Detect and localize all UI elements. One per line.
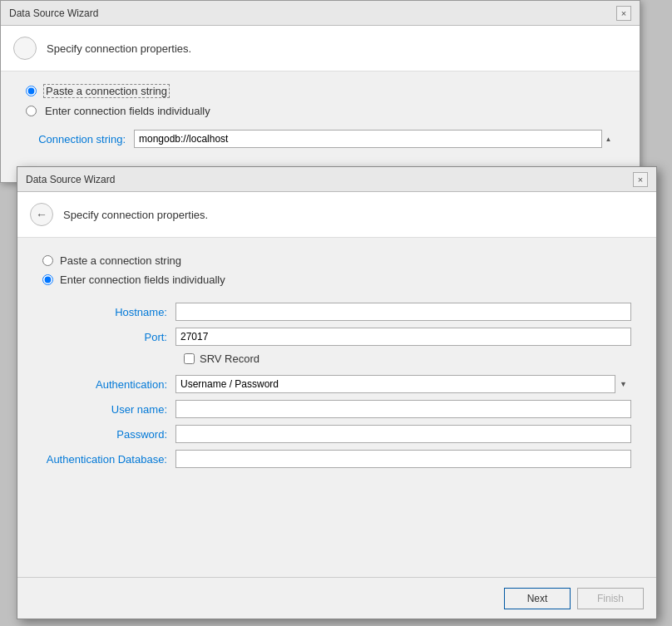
bg-dialog-body: Paste a connection string Enter connecti… (1, 71, 640, 160)
next-button[interactable]: Next (504, 588, 571, 609)
hostname-input[interactable] (175, 303, 631, 321)
fg-wizard-title: Specify connection properties. (63, 209, 208, 221)
authentication-select-wrapper: Username / Password None SCRAM-SHA-256 X… (175, 375, 631, 393)
foreground-dialog: Data Source Wizard × ← Specify connectio… (17, 166, 657, 619)
bg-scroll-up-icon: ▲ (601, 130, 615, 148)
bg-back-button[interactable] (13, 37, 37, 60)
port-label: Port: (42, 331, 175, 343)
bg-radio-individual-label: Enter connection fields individually (43, 105, 212, 117)
bg-connection-string-label: Connection string: (26, 133, 134, 145)
bg-radio-paste[interactable] (26, 86, 37, 96)
fg-dialog-title: Data Source Wizard (26, 174, 115, 185)
fg-radio-paste[interactable] (42, 255, 53, 266)
bg-radio-paste-option[interactable]: Paste a connection string (26, 84, 615, 98)
fg-radio-individual[interactable] (42, 274, 53, 285)
bg-radio-individual[interactable] (26, 106, 37, 116)
authentication-select[interactable]: Username / Password None SCRAM-SHA-256 X… (175, 375, 631, 393)
bg-dialog-title: Data Source Wizard (9, 7, 98, 19)
finish-button[interactable]: Finish (577, 588, 644, 609)
password-input[interactable] (175, 425, 631, 443)
bg-wizard-header: Specify connection properties. (1, 26, 640, 71)
fg-back-icon: ← (36, 208, 47, 221)
username-row: User name: (42, 400, 631, 418)
fg-close-button[interactable]: × (633, 172, 648, 187)
port-input[interactable] (175, 328, 631, 346)
fg-radio-group: Paste a connection string Enter connecti… (42, 254, 631, 286)
bg-wizard-title: Specify connection properties. (47, 42, 191, 55)
fg-radio-individual-label: Enter connection fields individually (60, 274, 225, 286)
username-input[interactable] (175, 400, 631, 418)
authentication-label: Authentication: (42, 378, 175, 391)
hostname-row: Hostname: (42, 303, 631, 321)
fg-radio-paste-option[interactable]: Paste a connection string (42, 254, 631, 267)
bg-radio-paste-label: Paste a connection string (43, 84, 170, 98)
fg-radio-individual-option[interactable]: Enter connection fields individually (42, 274, 631, 286)
username-label: User name: (42, 403, 175, 416)
fg-wizard-content: Paste a connection string Enter connecti… (17, 238, 656, 491)
bg-title-bar: Data Source Wizard × (1, 1, 640, 26)
password-row: Password: (42, 425, 631, 443)
bg-connection-string-wrapper: ▲ (134, 130, 615, 148)
bg-close-button[interactable]: × (616, 6, 631, 21)
bg-radio-individual-option[interactable]: Enter connection fields individually (26, 105, 615, 117)
wizard-footer: Next Finish (17, 577, 656, 619)
srv-record-row: SRV Record (184, 352, 631, 365)
auth-db-row: Authentication Database: (42, 450, 631, 468)
authentication-row: Authentication: Username / Password None… (42, 375, 631, 393)
hostname-label: Hostname: (42, 306, 175, 318)
password-label: Password: (42, 428, 175, 441)
auth-db-label: Authentication Database: (42, 453, 175, 466)
srv-record-checkbox[interactable] (184, 353, 195, 364)
fg-title-bar: Data Source Wizard × (17, 167, 656, 192)
fg-back-button[interactable]: ← (30, 203, 53, 226)
bg-connection-string-row: Connection string: ▲ (26, 130, 615, 148)
fg-wizard-header: ← Specify connection properties. (17, 192, 656, 238)
bg-radio-group: Paste a connection string Enter connecti… (26, 84, 615, 117)
background-dialog: Data Source Wizard × Specify connection … (0, 0, 640, 183)
srv-record-label: SRV Record (200, 352, 259, 365)
fg-radio-paste-label: Paste a connection string (60, 254, 181, 267)
bg-connection-string-input[interactable] (134, 130, 615, 148)
port-row: Port: (42, 328, 631, 346)
auth-db-input[interactable] (175, 450, 631, 468)
